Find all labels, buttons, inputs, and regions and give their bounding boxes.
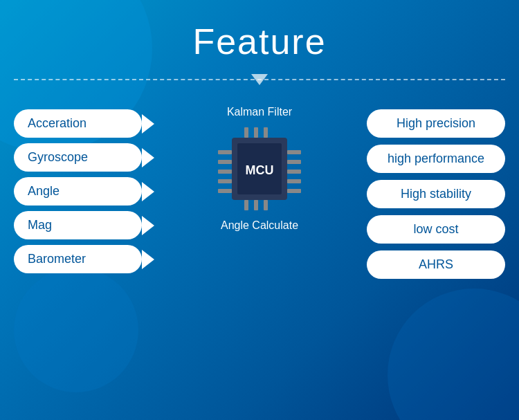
svg-rect-12 <box>287 189 301 193</box>
divider <box>14 73 505 85</box>
feature-tag-high-performance: high performance <box>367 145 505 173</box>
svg-rect-13 <box>244 127 248 138</box>
sensor-tag-gyroscope: Gyroscope <box>14 143 142 172</box>
right-column: High precision high performance High sta… <box>367 106 505 279</box>
svg-rect-11 <box>287 179 301 183</box>
center-column: Kalman Filter MCU <box>183 106 336 232</box>
svg-text:MCU: MCU <box>246 163 274 177</box>
svg-rect-14 <box>254 127 258 138</box>
angle-label: Angle Calculate <box>221 219 298 232</box>
svg-rect-8 <box>287 150 301 154</box>
bg-circle-2 <box>388 289 519 420</box>
svg-rect-15 <box>264 127 268 138</box>
feature-tag-ahrs: AHRS <box>367 250 505 279</box>
svg-rect-7 <box>218 189 232 193</box>
svg-rect-3 <box>218 150 232 154</box>
sensor-tag-mag: Mag <box>14 211 142 239</box>
svg-rect-10 <box>287 170 301 174</box>
svg-rect-16 <box>244 200 248 210</box>
svg-rect-17 <box>254 200 258 210</box>
svg-rect-4 <box>218 160 232 164</box>
sensor-tag-angle: Angle <box>14 177 142 206</box>
mcu-chip: MCU <box>211 124 308 214</box>
feature-tag-high-precision: High precision <box>367 109 505 138</box>
sensor-tag-barometer: Barometer <box>14 245 142 273</box>
svg-rect-9 <box>287 160 301 164</box>
feature-tag-low-cost: low cost <box>367 215 505 244</box>
svg-rect-18 <box>264 200 268 210</box>
left-column: Acceration Gyroscope Angle Mag Barometer <box>14 106 152 273</box>
page-background: Feature Acceration Gyroscope Angle Mag B… <box>0 0 519 420</box>
sensor-tag-acceration: Acceration <box>14 109 142 138</box>
divider-arrow <box>251 74 268 85</box>
feature-tag-high-stability: High stability <box>367 180 505 208</box>
main-content: Acceration Gyroscope Angle Mag Barometer… <box>0 99 519 279</box>
svg-rect-5 <box>218 170 232 174</box>
bg-circle-3 <box>14 268 138 392</box>
kalman-label: Kalman Filter <box>227 106 292 118</box>
svg-rect-6 <box>218 179 232 183</box>
